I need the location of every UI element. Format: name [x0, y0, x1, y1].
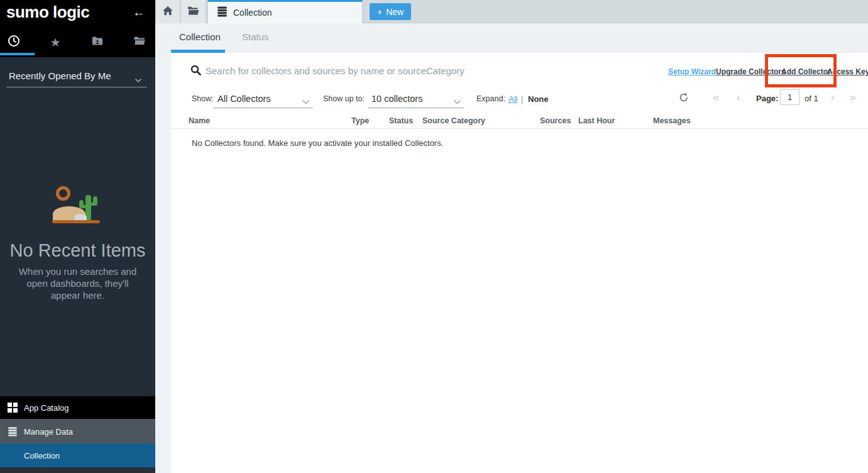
main-area: Collection + New Collection Status Setup…	[155, 0, 868, 473]
chevron-down-icon	[302, 96, 310, 106]
app-window: sumo logic ← ★	[0, 0, 868, 473]
column-header-name[interactable]: Name	[189, 116, 210, 125]
divider: |	[521, 94, 523, 104]
shared-folder-icon	[91, 35, 104, 50]
tab-title: Collection	[233, 8, 272, 18]
search-input[interactable]	[206, 62, 532, 79]
expand-none-link[interactable]: None	[528, 94, 549, 104]
no-recent-items-subtitle: When you run searches and open dashboard…	[11, 265, 144, 302]
library-tab[interactable]	[131, 34, 148, 50]
star-icon: ★	[50, 36, 60, 48]
column-header-messages[interactable]: Messages	[653, 116, 691, 125]
sidebar-item-app-catalog[interactable]: App Catalog	[0, 396, 155, 419]
refresh-icon[interactable]	[679, 92, 689, 105]
sidebar-item-collection[interactable]: Collection	[0, 443, 155, 467]
sidebar-item-manage-data[interactable]: Manage Data	[0, 419, 155, 443]
folder-icon	[133, 35, 146, 50]
show-dropdown-value: All Collectors	[217, 94, 271, 104]
show-up-to-label: Show up to:	[323, 94, 365, 103]
collection-content: Setup Wizard Upgrade Collectors Add Coll…	[171, 53, 868, 473]
show-up-to-dropdown[interactable]: 10 collectors	[368, 91, 464, 108]
column-header-type[interactable]: Type	[351, 116, 369, 125]
document-tab-strip: Collection + New	[155, 0, 868, 23]
sidebar-bottom-strip	[0, 467, 155, 473]
sidebar-item-label: Manage Data	[24, 426, 73, 436]
left-gutter	[155, 53, 171, 473]
prev-page-button[interactable]: ‹	[737, 91, 740, 104]
next-page-button[interactable]: ›	[831, 91, 835, 104]
database-icon	[217, 6, 228, 19]
favorites-tab[interactable]: ★	[47, 34, 63, 50]
show-dropdown[interactable]: All Collectors	[214, 91, 312, 108]
open-folder-icon	[187, 6, 199, 18]
no-recent-items-title: No Recent Items	[0, 240, 155, 261]
tab-collection-sub[interactable]: Collection	[179, 31, 221, 42]
first-page-button[interactable]: «	[713, 91, 718, 104]
home-button[interactable]	[155, 0, 180, 23]
database-icon	[8, 426, 18, 437]
sidebar-header: sumo logic ← ★	[0, 0, 155, 57]
ground-line	[52, 220, 100, 223]
sidebar-item-label: Collection	[24, 451, 60, 460]
grid-icon	[8, 403, 18, 413]
sidebar: sumo logic ← ★	[0, 0, 155, 473]
recent-filter-label: Recently Opened By Me	[9, 70, 111, 81]
page-count-label: of 1	[805, 94, 818, 103]
search-icon	[190, 65, 201, 78]
page-tab-bar: Collection Status	[155, 23, 868, 53]
shared-content-tab[interactable]	[89, 34, 106, 50]
column-header-source-category[interactable]: Source Category	[422, 116, 485, 125]
home-icon	[162, 6, 173, 18]
recent-filter-dropdown[interactable]: Recently Opened By Me	[6, 68, 147, 87]
chevron-down-icon	[453, 96, 461, 106]
desert-illustration	[0, 176, 155, 233]
sumo-logic-logo: sumo logic	[6, 3, 89, 22]
column-header-sources[interactable]: Sources	[540, 116, 571, 125]
column-header-last-hour[interactable]: Last Hour	[578, 116, 615, 125]
page-number-input[interactable]	[780, 89, 799, 105]
sun-icon	[56, 186, 70, 201]
expand-label: Expand:	[476, 94, 505, 103]
collapse-sidebar-icon[interactable]: ←	[133, 5, 145, 19]
page-label: Page:	[756, 94, 778, 103]
active-tab-indicator	[0, 53, 35, 55]
tab-collection[interactable]: Collection	[207, 0, 363, 23]
library-button[interactable]	[181, 0, 206, 23]
column-header-status[interactable]: Status	[389, 116, 413, 125]
highlight-annotation-box	[765, 54, 837, 87]
table-header-row: Name Type Status Source Category Sources…	[171, 114, 868, 129]
tab-status[interactable]: Status	[242, 31, 269, 42]
show-up-to-value: 10 collectors	[371, 94, 422, 104]
last-page-button[interactable]: »	[850, 91, 855, 104]
setup-wizard-link[interactable]: Setup Wizard	[668, 67, 716, 76]
sidebar-item-label: App Catalog	[24, 403, 69, 413]
recents-tab[interactable]	[6, 34, 22, 50]
clock-icon	[7, 34, 21, 50]
plus-icon: +	[377, 7, 382, 17]
sidebar-nav-tabs: ★	[0, 30, 155, 55]
chevron-down-icon	[135, 74, 142, 85]
expand-all-link[interactable]: All	[508, 94, 517, 104]
show-label: Show:	[192, 94, 214, 103]
new-button[interactable]: + New	[370, 3, 411, 20]
empty-state-message: No Collectors found. Make sure you activ…	[192, 138, 443, 148]
